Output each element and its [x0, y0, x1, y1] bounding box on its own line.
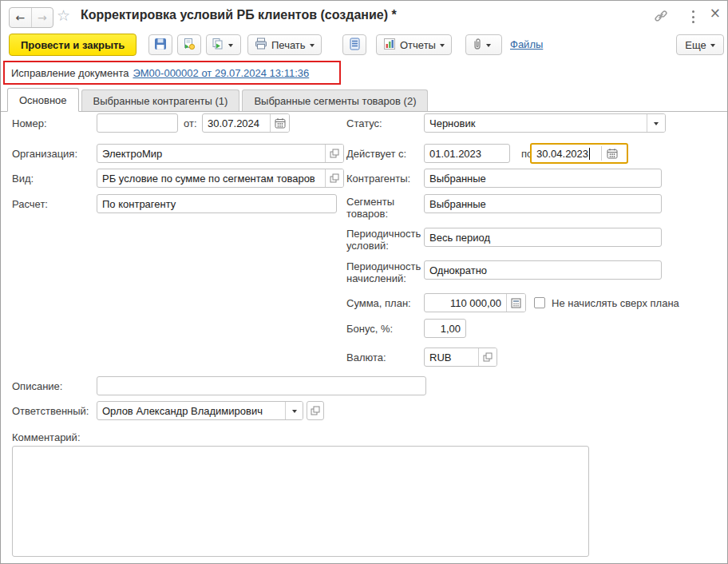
files-link[interactable]: Файлы [510, 38, 543, 50]
amount-plan-group [424, 293, 526, 312]
comment-label: Комментарий: [12, 431, 81, 444]
get-link-icon[interactable] [654, 9, 668, 26]
document-form-window: ← → ☆ Корректировка условий РБ клиентов … [0, 0, 728, 564]
reports-button[interactable]: Отчеты [376, 34, 452, 55]
more-actions-button[interactable]: Еще [676, 34, 724, 55]
chevron-down-icon [440, 44, 445, 50]
amount-plan-input[interactable] [425, 294, 506, 312]
calculation-input[interactable] [97, 194, 337, 213]
open-icon[interactable] [325, 145, 343, 162]
save-icon [154, 38, 167, 53]
post-document-button[interactable] [177, 34, 201, 55]
tab-strip: Основное Выбранные контрагенты (1) Выбра… [1, 88, 728, 112]
chevron-down-icon[interactable] [647, 114, 665, 132]
counterparties-input[interactable] [424, 169, 662, 188]
description-label: Описание: [12, 380, 62, 393]
kind-input[interactable] [97, 169, 325, 187]
bar-chart-icon [383, 38, 396, 53]
status-input[interactable] [425, 114, 647, 132]
correction-banner: Исправление документа ЭМ00-000002 от 29.… [3, 61, 341, 85]
kind-group [97, 169, 344, 188]
create-based-on-button[interactable] [206, 34, 241, 55]
bonus-label: Бонус, %: [346, 323, 393, 336]
kind-label: Вид: [12, 173, 34, 185]
organization-input[interactable] [97, 145, 325, 162]
save-button[interactable] [148, 34, 172, 55]
valid-from-label: Действует с: [346, 148, 406, 161]
document-date-group [202, 113, 290, 133]
paperclip-icon [472, 38, 482, 53]
number-input[interactable] [97, 113, 178, 133]
chevron-down-icon [228, 44, 233, 50]
correction-banner-text: Исправление документа [11, 67, 129, 79]
corrected-document-link[interactable]: ЭМ00-000002 от 29.07.2024 13:11:36 [133, 67, 309, 79]
document-register-button[interactable] [342, 34, 366, 55]
text-cursor [589, 148, 590, 160]
amount-plan-label: Сумма, план: [346, 297, 411, 310]
close-icon[interactable]: × [710, 5, 721, 21]
attachments-button[interactable] [465, 34, 502, 55]
favorite-star-icon[interactable]: ☆ [57, 6, 70, 24]
number-label: Номер: [12, 117, 47, 130]
forward-icon[interactable]: → [32, 8, 53, 27]
segments-label: Сегменты товаров: [346, 196, 423, 220]
period-accruals-input[interactable] [424, 260, 662, 280]
more-menu-icon[interactable] [687, 10, 698, 24]
back-icon[interactable]: ← [10, 8, 32, 27]
status-label: Статус: [346, 117, 382, 130]
period-conditions-input[interactable] [424, 228, 662, 247]
no-accrual-over-plan-checkbox[interactable] [534, 297, 545, 308]
bonus-input[interactable] [424, 319, 466, 338]
valid-to-focused-field[interactable]: 30.04.2023 [530, 143, 628, 164]
chevron-down-icon [486, 44, 491, 50]
calendar-icon[interactable] [602, 148, 623, 159]
period-conditions-label: Периодичность условий: [346, 228, 423, 252]
chevron-down-icon [310, 44, 315, 50]
comment-textarea[interactable] [12, 446, 589, 557]
open-icon[interactable] [325, 169, 343, 187]
tab-selected-counterparties[interactable]: Выбранные контрагенты (1) [81, 89, 240, 111]
nav-history-group: ← → [9, 7, 53, 28]
post-and-close-button[interactable]: Провести и закрыть [9, 34, 136, 56]
reports-button-label: Отчеты [400, 39, 436, 51]
printer-icon [255, 38, 267, 52]
currency-group [424, 348, 497, 367]
calculation-label: Расчет: [12, 198, 48, 211]
responsible-label: Ответственный: [12, 405, 89, 418]
chevron-down-icon[interactable] [285, 402, 303, 419]
calendar-icon[interactable] [270, 114, 289, 132]
tab-main[interactable]: Основное [7, 88, 79, 112]
period-accruals-label: Периодичность начислений: [346, 260, 423, 284]
responsible-group [97, 401, 303, 420]
description-input[interactable] [97, 376, 426, 395]
valid-to-value: 30.04.2023 [532, 148, 588, 160]
currency-label: Валюта: [346, 352, 386, 364]
document-date-input[interactable] [203, 114, 270, 132]
post-document-icon [183, 38, 196, 53]
tab-selected-product-segments[interactable]: Выбранные сегменты товаров (2) [242, 89, 428, 111]
print-button-label: Печать [271, 39, 306, 51]
organization-label: Организация: [12, 148, 77, 161]
chevron-down-icon [710, 44, 715, 50]
currency-input[interactable] [425, 348, 478, 366]
create-based-on-icon [212, 38, 224, 53]
status-group [424, 113, 666, 133]
open-icon[interactable] [478, 348, 497, 366]
date-from-label: от: [184, 117, 197, 130]
responsible-input[interactable] [97, 402, 285, 419]
open-icon[interactable] [307, 401, 324, 420]
print-button[interactable]: Печать [247, 34, 322, 55]
counterparties-label: Контрагенты: [346, 173, 410, 185]
no-accrual-over-plan-label: Не начислять сверх плана [552, 297, 679, 310]
page-title: Корректировка условий РБ клиентов (созда… [81, 8, 397, 22]
more-button-label: Еще [685, 39, 706, 51]
valid-from-input[interactable] [424, 144, 510, 163]
organization-group [97, 144, 344, 163]
calculator-icon[interactable] [506, 294, 525, 312]
segments-input[interactable] [424, 194, 662, 213]
register-list-icon [350, 38, 360, 53]
